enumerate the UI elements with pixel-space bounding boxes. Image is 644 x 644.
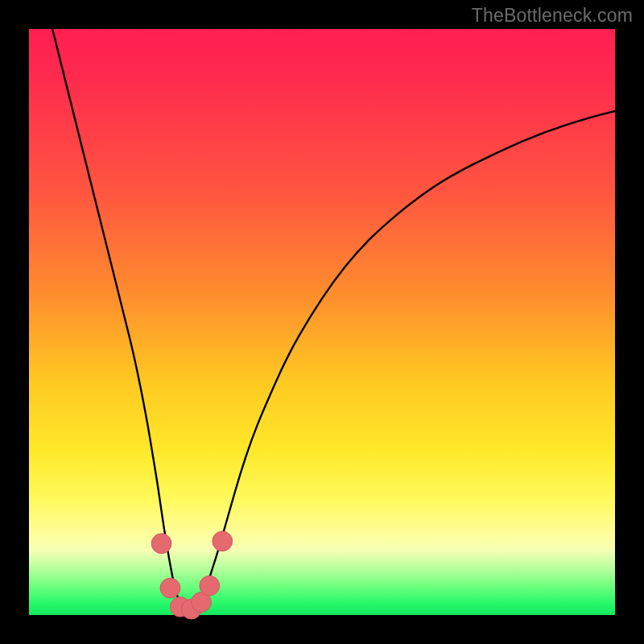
data-marker-1 (160, 578, 180, 598)
data-marker-5 (200, 576, 220, 596)
data-marker-6 (213, 531, 233, 551)
outer-frame: TheBottleneck.com (0, 0, 644, 644)
marker-group (151, 531, 232, 619)
data-marker-0 (151, 534, 171, 554)
bottleneck-curve (52, 29, 615, 612)
chart-svg (29, 29, 615, 615)
watermark-text: TheBottleneck.com (472, 5, 633, 27)
chart-area (29, 29, 615, 615)
